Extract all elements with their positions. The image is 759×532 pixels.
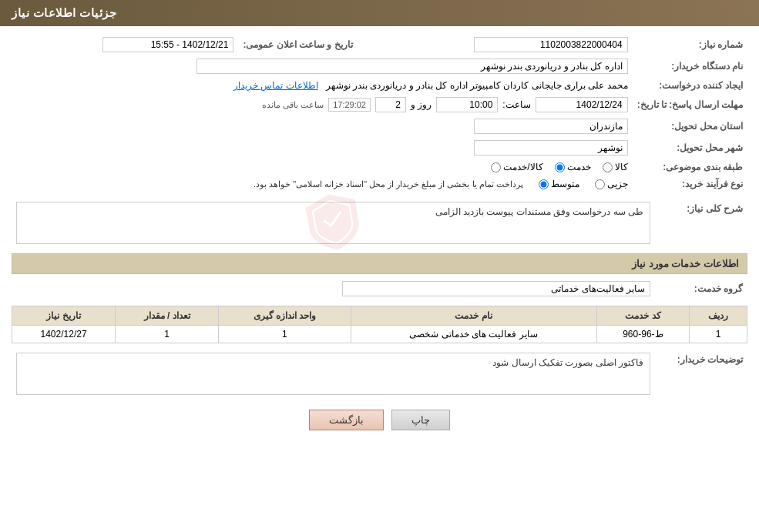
cell-unit: 1 xyxy=(219,326,351,343)
cell-qty: 1 xyxy=(116,326,219,343)
delivery-city-input[interactable] xyxy=(474,140,628,156)
row-service-group: گروه خدمت: xyxy=(12,278,747,299)
purchase-jozi-label: جزیی xyxy=(607,179,628,189)
purchase-type-value: جزیی متوسط پرداخت تمام یا بخشی از مبلغ خ… xyxy=(12,176,633,192)
announcement-date-input[interactable] xyxy=(102,37,233,52)
service-group-input[interactable] xyxy=(342,281,650,296)
cell-date: 1402/12/27 xyxy=(12,326,116,343)
service-group-table: گروه خدمت: xyxy=(12,278,747,299)
row-deadline: مهلت ارسال پاسخ: تا تاریخ: ساعت: روز و 1… xyxy=(12,94,747,115)
days-label: روز و xyxy=(411,99,432,110)
row-creator: ایجاد کننده درخواست: محمد علی براری جایج… xyxy=(12,77,747,94)
header-row: ردیف کد خدمت نام خدمت واحد اندازه گیری ت… xyxy=(12,306,747,326)
row-delivery-province: استان محل تحویل: xyxy=(12,115,747,137)
cell-row: 1 xyxy=(690,326,747,343)
category-kala-khedmat-radio[interactable] xyxy=(491,162,501,172)
category-kala-label: کالا xyxy=(615,162,628,172)
need-number-label: شماره نیاز: xyxy=(633,34,747,55)
description-text: طی سه درخواست وفق مستندات پیوست بازدید ا… xyxy=(435,206,643,217)
deadline-value: ساعت: روز و 17:29:02 ساعت باقی مانده xyxy=(12,94,633,115)
purchase-type-label: نوع فرآیند خرید: xyxy=(633,176,747,192)
page-wrapper: جزئیات اطلاعات نیاز شماره نیاز: تاریخ و … xyxy=(0,0,759,532)
services-table: ردیف کد خدمت نام خدمت واحد اندازه گیری ت… xyxy=(12,306,747,343)
col-name: نام خدمت xyxy=(351,306,596,326)
category-value: کالا خدمت کالا/خدمت xyxy=(12,159,633,176)
category-label: طبقه بندی موضوعی: xyxy=(633,159,747,176)
days-input[interactable] xyxy=(375,97,406,112)
purchase-mutavasset-radio[interactable] xyxy=(539,179,549,189)
category-kala-khedmat[interactable]: کالا/خدمت xyxy=(491,162,542,172)
buyer-desc-value: فاکتور اصلی بصورت تفکیک ارسال شود xyxy=(12,350,655,398)
purchase-mutavasset[interactable]: متوسط xyxy=(539,179,579,189)
category-khedmat-radio[interactable] xyxy=(555,162,565,172)
remaining-time-label: ساعت باقی مانده xyxy=(262,100,324,110)
button-row: چاپ بازگشت xyxy=(12,410,747,430)
content-area: شماره نیاز: تاریخ و ساعت اعلان عمومی: نا… xyxy=(0,26,759,446)
info-table: شماره نیاز: تاریخ و ساعت اعلان عمومی: نا… xyxy=(12,34,747,192)
deadline-date-input[interactable] xyxy=(536,97,628,112)
category-kala-radio[interactable] xyxy=(603,162,613,172)
table-row: 1 ط-96-960 سایر فعالیت های خدماتی شخصی 1… xyxy=(12,326,747,343)
purchase-jozi[interactable]: جزیی xyxy=(595,179,628,189)
watermark-icon xyxy=(297,186,369,260)
back-button[interactable]: بازگشت xyxy=(309,410,384,430)
service-group-value xyxy=(12,278,655,299)
purchase-mutavasset-label: متوسط xyxy=(551,179,579,189)
category-kala[interactable]: کالا xyxy=(603,162,628,172)
buyer-desc-label: توضیحات خریدار: xyxy=(655,350,747,398)
announcement-date-value xyxy=(12,34,238,55)
deadline-time-input[interactable] xyxy=(436,97,498,112)
remaining-time-value: 17:29:02 xyxy=(328,98,371,112)
page-header: جزئیات اطلاعات نیاز xyxy=(0,0,759,26)
row-purchase-type: نوع فرآیند خرید: جزیی متوسط پرداخت تمام … xyxy=(12,176,747,192)
row-description: شرح کلی نیاز: طی سه درخواست وفق مستندات … xyxy=(12,199,747,247)
buyer-desc-text: فاکتور اصلی بصورت تفکیک ارسال شود xyxy=(492,357,643,368)
col-row: ردیف xyxy=(690,306,747,326)
need-number-value xyxy=(368,34,633,55)
description-label-text: شرح کلی نیاز: xyxy=(687,203,743,214)
creator-link[interactable]: اطلاعات تماس خریدار xyxy=(233,80,318,91)
service-group-label: گروه خدمت: xyxy=(655,278,747,299)
requester-org-value xyxy=(12,55,633,77)
col-date: تاریخ نیاز xyxy=(12,306,116,326)
need-number-input[interactable] xyxy=(474,37,628,52)
buyer-desc-table: توضیحات خریدار: فاکتور اصلی بصورت تفکیک … xyxy=(12,350,747,398)
creator-value: محمد علی براری جایجانی کاردان کامپیوتر ا… xyxy=(12,77,633,94)
services-table-header: ردیف کد خدمت نام خدمت واحد اندازه گیری ت… xyxy=(12,306,747,326)
requester-org-label: نام دستگاه خریدار: xyxy=(633,55,747,77)
delivery-city-label: شهر محل تحویل: xyxy=(633,137,747,159)
announcement-date-label: تاریخ و ساعت اعلان عمومی: xyxy=(238,34,368,55)
cell-code: ط-96-960 xyxy=(596,326,690,343)
delivery-province-label: استان محل تحویل: xyxy=(633,115,747,137)
row-requester-org: نام دستگاه خریدار: xyxy=(12,55,747,77)
services-table-body: 1 ط-96-960 سایر فعالیت های خدماتی شخصی 1… xyxy=(12,326,747,343)
cell-name: سایر فعالیت های خدماتی شخصی xyxy=(351,326,596,343)
category-khedmat[interactable]: خدمت xyxy=(555,162,591,172)
deadline-time-label: ساعت: xyxy=(502,99,530,110)
requester-org-input[interactable] xyxy=(196,59,628,74)
print-button[interactable]: چاپ xyxy=(391,410,450,430)
purchase-note: پرداخت تمام یا بخشی از مبلغ خریدار از مح… xyxy=(254,179,523,189)
services-section-header: اطلاعات خدمات مورد نیاز xyxy=(12,253,747,274)
description-table: شرح کلی نیاز: طی سه درخواست وفق مستندات … xyxy=(12,199,747,247)
row-category: طبقه بندی موضوعی: کالا خدمت کالا/خدمت xyxy=(12,159,747,176)
delivery-province-value xyxy=(12,115,633,137)
creator-label: ایجاد کننده درخواست: xyxy=(633,77,747,94)
deadline-label: مهلت ارسال پاسخ: تا تاریخ: xyxy=(633,94,747,115)
description-box: طی سه درخواست وفق مستندات پیوست بازدید ا… xyxy=(16,202,650,244)
category-kala-khedmat-label: کالا/خدمت xyxy=(503,162,542,172)
buyer-desc-label-text: توضیحات خریدار: xyxy=(677,354,743,365)
col-qty: تعداد / مقدار xyxy=(116,306,219,326)
row-delivery-city: شهر محل تحویل: xyxy=(12,137,747,159)
col-unit: واحد اندازه گیری xyxy=(219,306,351,326)
description-label: شرح کلی نیاز: xyxy=(655,199,747,247)
row-need-number: شماره نیاز: تاریخ و ساعت اعلان عمومی: xyxy=(12,34,747,55)
delivery-city-value xyxy=(12,137,633,159)
delivery-province-input[interactable] xyxy=(474,119,628,134)
category-khedmat-label: خدمت xyxy=(567,162,591,172)
col-code: کد خدمت xyxy=(596,306,690,326)
buyer-desc-box: فاکتور اصلی بصورت تفکیک ارسال شود xyxy=(16,353,650,395)
purchase-jozi-radio[interactable] xyxy=(595,179,605,189)
page-title: جزئیات اطلاعات نیاز xyxy=(12,6,116,19)
description-value: طی سه درخواست وفق مستندات پیوست بازدید ا… xyxy=(12,199,655,247)
